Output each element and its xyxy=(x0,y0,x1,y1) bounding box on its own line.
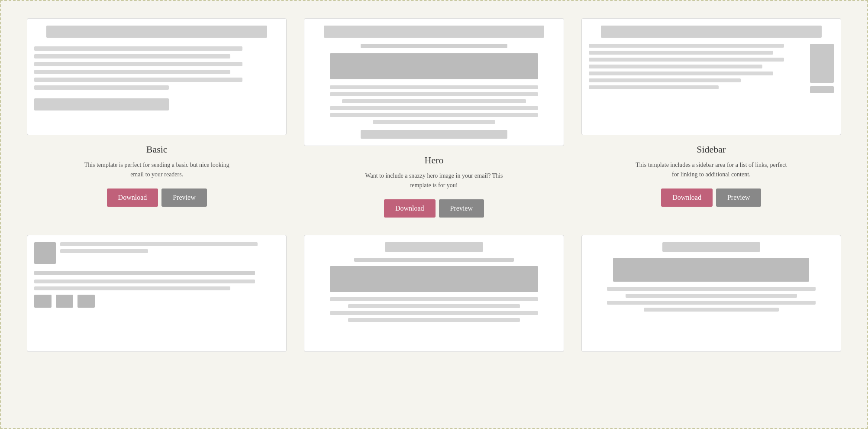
wf-line xyxy=(607,287,815,291)
template-name-basic: Basic xyxy=(146,144,168,155)
wf-line xyxy=(342,99,526,103)
wf-line xyxy=(589,72,773,75)
wf-line xyxy=(589,58,784,62)
wf-subheader xyxy=(361,44,508,48)
wf-thumb-lines xyxy=(60,242,279,256)
wf-line xyxy=(348,318,520,322)
template-desc-sidebar: This template includes a sidebar area fo… xyxy=(633,160,789,180)
wf-subheader xyxy=(354,258,513,262)
template-preview-sidebar xyxy=(581,18,841,135)
preview-button-sidebar[interactable]: Preview xyxy=(716,188,761,207)
wf-divider xyxy=(34,271,255,275)
wf-line xyxy=(34,54,230,58)
wf-line xyxy=(330,113,538,117)
wf-hero-image xyxy=(330,266,538,292)
wf-small-btn xyxy=(77,295,95,308)
download-button-sidebar[interactable]: Download xyxy=(661,188,713,207)
preview-button-basic[interactable]: Preview xyxy=(161,188,207,207)
template-card-newsletter xyxy=(581,235,841,361)
page-container: Basic This template is perfect for sendi… xyxy=(1,1,867,378)
wf-line xyxy=(589,78,741,82)
template-preview-hero2 xyxy=(304,235,564,352)
wf-line xyxy=(34,280,255,283)
wf-side-col xyxy=(810,44,834,93)
template-desc-hero: Want to include a snazzy hero image in y… xyxy=(356,171,512,191)
template-card-hero: Hero Want to include a snazzy hero image… xyxy=(304,18,564,218)
wf-thumbnail xyxy=(34,242,56,264)
template-preview-thumbnail xyxy=(27,235,287,352)
download-button-hero[interactable]: Download xyxy=(384,199,436,218)
wf-line xyxy=(589,51,773,55)
wf-hero-image xyxy=(330,53,538,79)
wf-line xyxy=(626,294,797,298)
wf-hero-image xyxy=(613,258,809,282)
wf-line xyxy=(34,85,169,90)
template-grid: Basic This template is perfect for sendi… xyxy=(27,18,841,361)
wf-line xyxy=(330,106,538,110)
wf-button xyxy=(34,98,169,110)
wf-line xyxy=(644,308,778,312)
wf-header xyxy=(601,26,822,38)
wf-line xyxy=(607,301,815,305)
wf-main-col xyxy=(589,44,806,92)
wf-line xyxy=(330,85,538,89)
wf-line xyxy=(330,297,538,301)
wf-line xyxy=(330,92,538,96)
template-card-thumbnail xyxy=(27,235,287,361)
wf-line xyxy=(589,44,784,48)
download-button-basic[interactable]: Download xyxy=(107,188,158,207)
wf-line xyxy=(60,242,258,246)
wf-small-btn xyxy=(56,295,73,308)
template-actions-sidebar: Download Preview xyxy=(661,188,761,207)
wf-line xyxy=(60,249,148,253)
wf-line xyxy=(330,311,538,315)
template-name-hero: Hero xyxy=(425,155,444,166)
wf-top-row xyxy=(34,242,279,264)
template-card-hero2 xyxy=(304,235,564,361)
wf-btn-row xyxy=(34,295,279,308)
template-preview-hero xyxy=(304,18,564,146)
wf-line xyxy=(589,65,762,68)
template-card-basic: Basic This template is perfect for sendi… xyxy=(27,18,287,218)
wf-sidebar-btn xyxy=(810,86,834,93)
wf-header xyxy=(46,26,267,38)
wf-footer xyxy=(361,130,508,139)
template-desc-basic: This template is perfect for sending a b… xyxy=(79,160,235,180)
wf-line xyxy=(589,85,719,89)
wf-two-col xyxy=(589,44,834,93)
template-preview-newsletter xyxy=(581,235,841,352)
wf-line xyxy=(348,304,520,308)
template-card-sidebar: Sidebar This template includes a sidebar… xyxy=(581,18,841,218)
wf-line xyxy=(34,62,242,66)
wf-header xyxy=(385,242,483,252)
preview-button-hero[interactable]: Preview xyxy=(439,199,484,218)
wf-line xyxy=(34,286,230,290)
wf-header xyxy=(662,242,761,252)
template-name-sidebar: Sidebar xyxy=(697,144,726,155)
wf-line xyxy=(373,120,495,124)
wf-line xyxy=(34,46,242,51)
wf-header xyxy=(324,26,545,38)
wf-line xyxy=(34,70,230,74)
wf-small-btn xyxy=(34,295,52,308)
wf-sidebar-block xyxy=(810,44,834,83)
template-preview-basic xyxy=(27,18,287,135)
wf-line xyxy=(34,78,242,82)
template-actions-hero: Download Preview xyxy=(384,199,484,218)
template-actions-basic: Download Preview xyxy=(107,188,207,207)
